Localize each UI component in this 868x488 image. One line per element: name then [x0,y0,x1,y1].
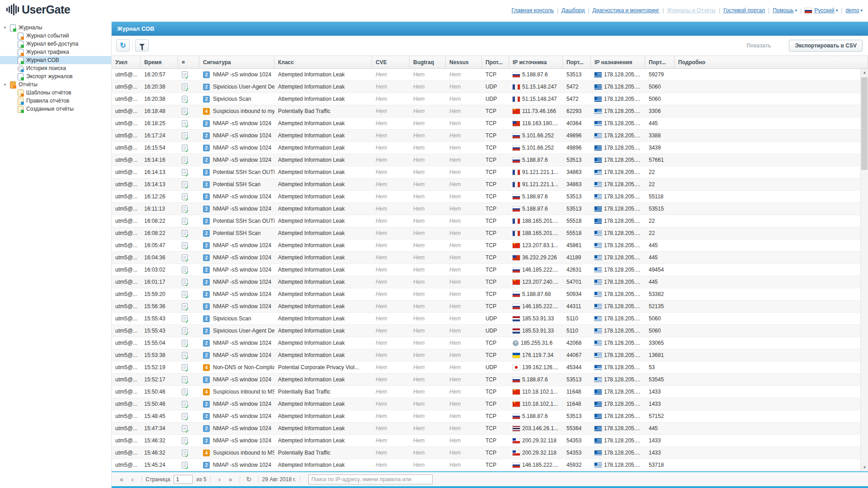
table-row[interactable]: utm5@...16:20:572NMAP -sS window 1024Att… [112,69,868,81]
table-row[interactable]: utm5@...15:55:432Sipvicious ScanAttempte… [112,313,868,325]
cell-time: 16:05:47 [141,239,178,251]
table-row[interactable]: utm5@...15:55:042NMAP -sS window 1024Att… [112,337,868,349]
column-header-7[interactable]: Bugtraq [410,56,446,68]
destination-ip-text: 178.128.205.... [604,96,640,102]
column-header-6[interactable]: CVE [372,56,410,68]
column-header-2[interactable]: Время [141,56,178,68]
cell-details [675,93,868,105]
table-row[interactable]: utm5@...15:50:462NMAP -sS window 1024Att… [112,398,868,410]
table-row[interactable]: utm5@...16:18:252NMAP -sS window 1024Att… [112,117,868,130]
table-row[interactable]: utm5@...16:18:484Suspicious inbound to m… [112,105,868,117]
table-row[interactable]: utm5@...16:14:162NMAP -sS window 1024Att… [112,154,868,166]
table-row[interactable]: utm5@...15:52:172NMAP -sS window 1024Att… [112,374,868,386]
column-header-12[interactable]: IP назначения [591,56,645,68]
column-header-4[interactable]: Сигнатура [199,56,274,68]
table-row[interactable]: utm5@...16:20:382Sipvicious User-Agent D… [112,81,868,93]
nav-link-1[interactable]: Главная консоль [511,7,554,14]
table-row[interactable]: utm5@...15:47:342NMAP -sS window 1024Att… [112,422,868,435]
table-row[interactable]: utm5@...15:46:322NMAP -sS window 1024Att… [112,435,868,447]
table-row[interactable]: utm5@...16:17:242NMAP -sS window 1024Att… [112,130,868,142]
usergate-logo: UserGate [6,3,70,16]
sidebar-item-Журнал трафика[interactable]: Журнал трафика [0,48,111,56]
cell-cve: Нет [372,142,410,154]
cell-signature: 2NMAP -sS window 1024 [199,191,274,202]
cell-protocol: TCP [482,178,509,190]
nav-link-7[interactable]: Русский [814,7,835,14]
scrollbar-thumb[interactable] [861,77,868,170]
scroll-down-icon[interactable]: ▼ [861,464,868,471]
table-row[interactable]: utm5@...15:53:382NMAP -sS window 1024Att… [112,349,868,361]
column-header-9[interactable]: Прот... [482,56,509,68]
prev-page-icon[interactable]: ‹ [127,475,138,483]
nav-link-6[interactable]: Помощь [773,7,793,14]
search-input[interactable] [308,474,433,484]
table-row[interactable]: utm5@...16:20:382Sipvicious ScanAttempte… [112,93,868,105]
table-row[interactable]: utm5@...15:48:452NMAP -sS window 1024Att… [112,410,868,422]
table-row[interactable]: utm5@...16:08:222Potential SSH ScanAttem… [112,227,868,239]
column-header-13[interactable]: Порт... [645,56,675,68]
table-row[interactable]: utm5@...16:12:262NMAP -sS window 1024Att… [112,191,868,203]
cell-node: utm5@... [112,252,141,263]
sidebar-item-Журнал событий[interactable]: Журнал событий [0,32,111,40]
nav-link-8[interactable]: demo [845,7,859,14]
cell-bugtraq: Нет [410,215,446,227]
table-row[interactable]: utm5@...15:46:324Suspicious inbound to M… [112,447,868,459]
column-header-14[interactable]: Подробно [675,56,868,68]
nav-link-2[interactable]: Дашборд [561,7,585,14]
next-page-icon[interactable]: › [214,475,225,483]
table-row[interactable]: utm5@...15:59:202NMAP -sS window 1024Att… [112,288,868,300]
table-row[interactable]: utm5@...16:01:172NMAP -sS window 1024Att… [112,276,868,288]
filter-button[interactable] [135,39,149,52]
cell-source-ip: 5.188.87.6 [509,203,563,215]
table-row[interactable]: utm5@...16:08:222Potential SSH Scan OUTB… [112,215,868,227]
sidebar-group-Отчёты[interactable]: ▼Отчёты [0,80,111,89]
column-header-10[interactable]: IP источника [509,56,563,68]
cell-bugtraq: Нет [410,105,446,117]
table-row[interactable]: utm5@...16:11:132NMAP -sS window 1024Att… [112,203,868,215]
sidebar-item-История поиска[interactable]: История поиска [0,64,111,72]
cell-source-ip: 5.101.66.252 [509,142,563,154]
cell-destination-ip: 178.128.205.... [591,166,645,178]
cn-flag-icon [513,280,520,285]
column-header-8[interactable]: Nessus [446,56,482,68]
column-header-1[interactable]: Узел [112,56,141,68]
table-row[interactable]: utm5@...16:15:542NMAP -sS window 1024Att… [112,142,868,154]
cell-record-icon [178,264,199,276]
table-row[interactable]: utm5@...16:14:132Potential SSH ScanAttem… [112,178,868,191]
nav-link-3[interactable]: Диагностика и мониторинг [593,7,660,14]
page-number-input[interactable] [174,475,193,484]
column-header-5[interactable]: Класс [274,56,372,68]
table-row[interactable]: utm5@...15:52:194Non-DNS or Non-Complian… [112,361,868,374]
tree-expand-icon[interactable]: ▼ [3,26,9,30]
table-row[interactable]: utm5@...16:04:362NMAP -sS window 1024Att… [112,252,868,264]
scroll-up-icon[interactable]: ▲ [861,69,868,76]
show-button[interactable]: Показать [740,40,778,52]
column-header-3[interactable]: ¤ [178,56,199,68]
tree-expand-icon[interactable]: ▼ [3,83,9,87]
table-row[interactable]: utm5@...16:03:022NMAP -sS window 1024Att… [112,264,868,276]
table-row[interactable]: utm5@...16:05:472NMAP -sS window 1024Att… [112,239,868,252]
last-page-icon[interactable]: » [225,475,236,483]
refresh-icon[interactable]: ↻ [244,475,255,483]
table-row[interactable]: utm5@...15:56:362NMAP -sS window 1024Att… [112,300,868,313]
table-row[interactable]: utm5@...15:55:432Sipvicious User-Agent D… [112,325,868,337]
gr-flag-icon [594,133,602,138]
sidebar-item-Шаблоны отчётов[interactable]: Шаблоны отчётов [0,89,111,97]
cell-nessus: Нет [446,361,482,373]
first-page-icon[interactable]: « [116,475,127,483]
table-row[interactable]: utm5@...15:45:242NMAP -sS window 1024Att… [112,459,868,471]
sidebar-item-Журнал веб-доступа[interactable]: Журнал веб-доступа [0,40,111,48]
cell-node: utm5@... [112,130,141,141]
sidebar-item-Журнал СОВ[interactable]: Журнал СОВ [0,56,111,64]
sidebar-item-Экспорт журналов[interactable]: Экспорт журналов [0,72,111,80]
sidebar-item-Правила отчётов[interactable]: Правила отчётов [0,97,111,105]
export-csv-button[interactable]: Экспортировать в CSV [789,40,863,52]
vertical-scrollbar[interactable]: ▲▼ [860,69,868,471]
table-row[interactable]: utm5@...15:50:464Suspicious inbound to M… [112,386,868,398]
sidebar-group-Журналы[interactable]: ▼Журналы [0,23,111,32]
refresh-button[interactable]: ↻ [116,39,130,52]
column-header-11[interactable]: Порт... [563,56,591,68]
sidebar-item-Созданные отчёты[interactable]: Созданные отчёты [0,105,111,113]
nav-link-5[interactable]: Гостевой портал [723,7,765,14]
table-row[interactable]: utm5@...16:14:132Potential SSH Scan OUTB… [112,166,868,178]
